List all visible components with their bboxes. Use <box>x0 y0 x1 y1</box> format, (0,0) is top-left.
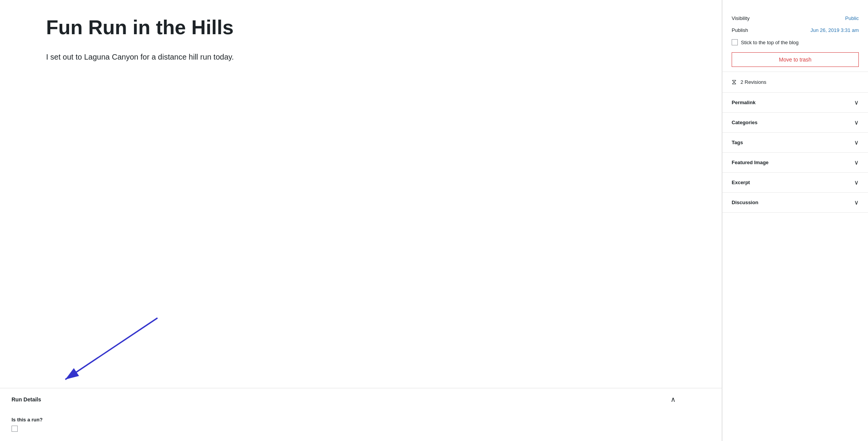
categories-title: Categories <box>732 120 757 125</box>
accordion-discussion: Discussion ∨ <box>722 193 868 213</box>
permalink-title: Permalink <box>732 100 755 105</box>
discussion-title: Discussion <box>732 200 758 205</box>
publish-label: Publish <box>732 27 748 33</box>
visibility-value[interactable]: Public <box>845 15 859 21</box>
publish-section: Visibility Public Publish Jun 26, 2019 3… <box>722 8 868 72</box>
annotation-arrow <box>15 314 161 391</box>
publish-value[interactable]: Jun 26, 2019 3:31 am <box>810 27 859 33</box>
run-details-chevron: ∧ <box>671 395 676 404</box>
sticky-label: Stick to the top of the blog <box>741 40 798 45</box>
move-to-trash-button[interactable]: Move to trash <box>732 52 859 67</box>
discussion-header[interactable]: Discussion ∨ <box>722 193 868 212</box>
excerpt-header[interactable]: Excerpt ∨ <box>722 173 868 192</box>
visibility-label: Visibility <box>732 15 750 21</box>
post-title[interactable]: Fun Run in the Hills <box>46 15 691 39</box>
excerpt-title: Excerpt <box>732 180 750 185</box>
categories-chevron: ∨ <box>854 119 859 126</box>
tags-header[interactable]: Tags ∨ <box>722 133 868 152</box>
tags-title: Tags <box>732 140 743 145</box>
accordion-categories: Categories ∨ <box>722 113 868 133</box>
run-details-body: Is this a run? <box>0 411 722 441</box>
sticky-checkbox[interactable] <box>732 39 738 45</box>
revisions-label: 2 Revisions <box>740 79 766 85</box>
accordion-tags: Tags ∨ <box>722 133 868 153</box>
main-editor-area: Fun Run in the Hills I set out to Laguna… <box>0 0 722 441</box>
excerpt-chevron: ∨ <box>854 179 859 186</box>
accordion-excerpt: Excerpt ∨ <box>722 173 868 193</box>
discussion-chevron: ∨ <box>854 199 859 206</box>
permalink-header[interactable]: Permalink ∨ <box>722 93 868 112</box>
run-details-header[interactable]: Run Details ∧ <box>0 388 722 411</box>
sticky-row: Stick to the top of the blog <box>732 36 859 48</box>
publish-row: Publish Jun 26, 2019 3:31 am <box>732 24 859 36</box>
permalink-chevron: ∨ <box>854 99 859 106</box>
svg-line-1 <box>65 318 157 379</box>
featured-image-header[interactable]: Featured Image ∨ <box>722 153 868 172</box>
accordion-permalink: Permalink ∨ <box>722 93 868 113</box>
accordion-featured-image: Featured Image ∨ <box>722 153 868 173</box>
featured-image-title: Featured Image <box>732 160 769 165</box>
post-body[interactable]: I set out to Laguna Canyon for a distanc… <box>46 51 691 63</box>
revisions-row[interactable]: ⧖ 2 Revisions <box>722 72 868 93</box>
visibility-row: Visibility Public <box>732 12 859 24</box>
revisions-icon: ⧖ <box>732 78 737 86</box>
is-run-checkbox-row <box>12 426 710 432</box>
featured-image-chevron: ∨ <box>854 159 859 166</box>
sidebar: Visibility Public Publish Jun 26, 2019 3… <box>722 0 868 441</box>
accordion-list: Permalink ∨ Categories ∨ Tags ∨ Featured… <box>722 93 868 213</box>
run-details-panel: Run Details ∧ Is this a run? <box>0 388 722 441</box>
is-run-checkbox[interactable] <box>12 426 18 432</box>
tags-chevron: ∨ <box>854 139 859 146</box>
run-details-label: Run Details <box>12 396 41 403</box>
is-run-label: Is this a run? <box>12 417 710 423</box>
categories-header[interactable]: Categories ∨ <box>722 113 868 132</box>
